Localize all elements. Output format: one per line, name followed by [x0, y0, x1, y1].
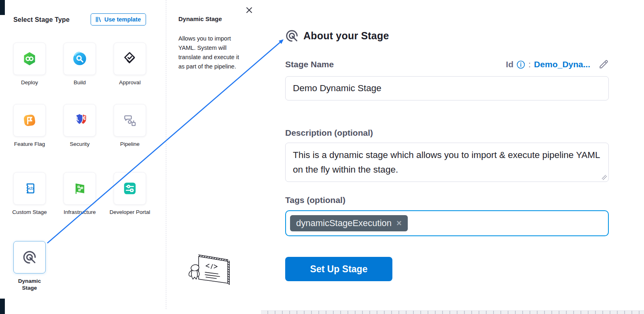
deploy-icon — [22, 51, 37, 66]
svg-text:</>: </> — [28, 186, 34, 191]
security-icon — [72, 113, 88, 128]
stage-type-label: Developer Portal — [102, 209, 158, 216]
edit-pencil-icon[interactable] — [598, 59, 609, 70]
id-separator: : — [528, 60, 531, 69]
panel-divider — [166, 0, 166, 309]
stage-type-label: Deploy — [1, 79, 58, 86]
approval-icon — [122, 51, 138, 67]
stage-name-input[interactable] — [285, 76, 609, 100]
info-panel-description: Allows you to import YAML. System will t… — [178, 34, 246, 71]
tag-chip: dynamicStageExecution × — [290, 215, 408, 231]
stage-name-label: Stage Name — [285, 60, 334, 69]
whiteboard-illustration — [184, 251, 235, 295]
description-label: Description (optional) — [285, 128, 373, 138]
stage-type-approval[interactable]: Approval — [114, 43, 146, 86]
pipeline-canvas-grid — [261, 310, 644, 314]
stage-id-value[interactable]: Demo_Dyna... — [534, 60, 590, 69]
feature-flag-icon — [22, 113, 37, 128]
about-stage-title: About your Stage — [303, 30, 389, 42]
stage-type-dynamic[interactable]: Dynamic Stage — [13, 241, 46, 291]
info-icon[interactable] — [517, 60, 525, 69]
description-value: This is a dynamic stage which allows you… — [293, 150, 600, 175]
id-label: Id — [506, 60, 514, 69]
resize-grip[interactable] — [602, 175, 607, 180]
use-template-button[interactable]: Use template — [91, 13, 146, 26]
left-nav-sliver-top — [0, 0, 5, 15]
stage-type-infrastructure[interactable]: Infrastructure — [64, 172, 96, 216]
stage-type-feature-flag[interactable]: Feature Flag — [13, 104, 46, 147]
stage-type-custom[interactable]: </> Custom Stage — [13, 172, 46, 216]
stage-type-label: Dynamic Stage — [11, 278, 48, 291]
tag-chip-label: dynamicStageExecution — [296, 218, 392, 229]
info-panel-title: Dynamic Stage — [178, 15, 222, 22]
pipeline-icon — [123, 113, 137, 128]
stage-type-label: Approval — [102, 79, 158, 86]
dynamic-stage-icon — [284, 28, 299, 43]
description-textarea[interactable]: This is a dynamic stage which allows you… — [285, 143, 609, 182]
stage-type-label: Feature Flag — [11, 141, 48, 147]
developer-portal-icon — [122, 181, 138, 196]
stage-type-build[interactable]: Build — [64, 43, 96, 86]
left-nav-sliver-bottom — [0, 299, 5, 314]
stage-type-label: Pipeline — [102, 141, 158, 147]
build-icon — [72, 51, 87, 66]
tags-label: Tags (optional) — [285, 195, 345, 205]
stage-setup-screen: Select Stage Type Use template Deploy — [0, 0, 644, 314]
custom-stage-icon: </> — [22, 181, 37, 196]
stage-type-developer-portal[interactable]: Developer Portal — [114, 172, 146, 216]
stage-type-label: Custom Stage — [11, 209, 48, 216]
stage-type-label: Build — [51, 79, 108, 86]
stage-type-pipeline[interactable]: Pipeline — [114, 104, 146, 147]
template-library-icon — [95, 16, 102, 23]
close-icon[interactable] — [244, 5, 254, 15]
tags-input[interactable]: dynamicStageExecution × — [285, 210, 609, 236]
stage-type-label: Infrastructure — [51, 209, 108, 216]
stage-type-deploy[interactable]: Deploy — [13, 43, 46, 86]
tag-remove-icon[interactable]: × — [396, 219, 402, 228]
set-up-stage-button[interactable]: Set Up Stage — [285, 257, 392, 281]
stage-type-security[interactable]: Security — [64, 104, 96, 147]
stage-type-label: Security — [51, 141, 108, 147]
use-template-label: Use template — [104, 16, 141, 23]
stage-id-row: Id : Demo_Dyna... — [479, 59, 609, 70]
about-stage-header: About your Stage — [284, 28, 389, 43]
infrastructure-icon — [72, 181, 87, 196]
dynamic-stage-icon — [21, 249, 38, 265]
select-stage-type-title: Select Stage Type — [13, 16, 70, 23]
